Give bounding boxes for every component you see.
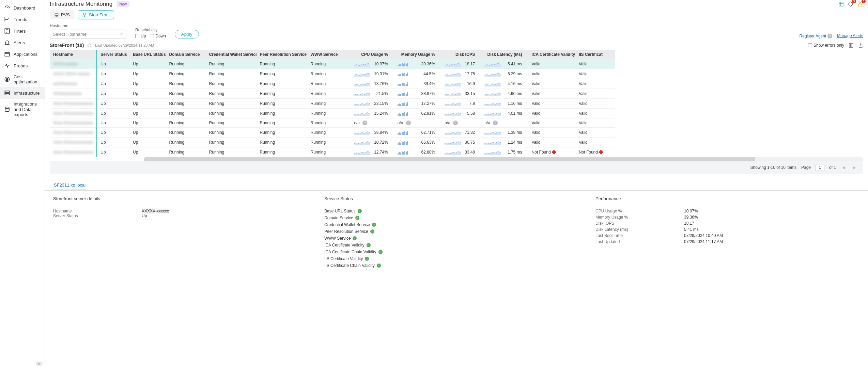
hostname-filter-label: Hostname	[50, 23, 126, 28]
nav-filters[interactable]: Filters	[0, 25, 45, 37]
help-icon[interactable]: ?	[406, 121, 411, 125]
tab-label: StoreFront	[89, 12, 110, 17]
help-icon[interactable]: ?	[453, 121, 458, 125]
col-hostname[interactable]: Hostname	[50, 50, 97, 59]
layout-icon[interactable]	[838, 1, 844, 7]
source-tabs: PVS StoreFront	[45, 10, 868, 23]
checkbox-icon	[150, 34, 154, 38]
check-circle-icon: ✓	[353, 236, 357, 240]
svg-point-11	[83, 13, 83, 14]
checkbox-up[interactable]: Up	[135, 34, 146, 38]
nav-trends[interactable]: Trends	[0, 14, 45, 25]
nav-alerts[interactable]: Alerts	[0, 37, 45, 48]
tab-pvs[interactable]: PVS	[50, 10, 74, 19]
col-domain-service[interactable]: Domain Service	[166, 50, 206, 59]
service-row: Credential Wallet Service✓	[324, 222, 589, 227]
pager-prev[interactable]: ◀	[841, 165, 847, 170]
table-row[interactable]: Xxxx-XXxxxxxxxxxxxxUpUpRunningRunningRun…	[50, 118, 615, 128]
help-icon[interactable]: ?	[493, 121, 498, 125]
diamond-alert-icon[interactable]: 3	[848, 1, 854, 7]
col-base-url[interactable]: Base URL Status	[129, 50, 166, 59]
check-circle-icon: ✓	[358, 209, 362, 213]
table-row[interactable]: Xxxx-XXxxxxxxxxxxxxUpUpRunningRunningRun…	[50, 147, 615, 157]
table-header-bar: StoreFront (10) Last Updated 07/29/2024 …	[45, 41, 868, 50]
collapse-sidebar-button[interactable]: ‹‹	[36, 362, 43, 366]
pager-showing: Showing 1-10 of 10 items	[750, 165, 796, 170]
col-ica-cert[interactable]: ICA Certificate Validity	[528, 50, 575, 59]
nav-integrations[interactable]: Integrations and Data exports	[0, 99, 45, 120]
service-row: Domain Service✓	[324, 216, 589, 220]
performance-heading: Performance	[595, 196, 860, 201]
service-status-heading: Service Status	[324, 196, 589, 201]
refresh-icon[interactable]	[87, 43, 92, 48]
col-www[interactable]: WWW Service	[307, 50, 351, 59]
trends-icon	[4, 16, 10, 22]
nav-probes[interactable]: Probes	[0, 60, 45, 71]
show-errors-toggle[interactable]: Show errors only	[808, 43, 844, 48]
export-icon[interactable]	[858, 43, 863, 48]
hostname-blurred: xxxXXxxxxxx	[53, 81, 77, 86]
storefront-table: Hostname Server Status Base URL Status D…	[50, 50, 615, 157]
page-header: Infrastructure Monitoring New 3 3	[45, 0, 868, 10]
hostname-blurred: Xxxx-XXxxxxxxxxxxxx	[53, 121, 93, 125]
table-row[interactable]: Xxxx-XXxxxxxxxxxxxxUpUpRunningRunningRun…	[50, 109, 615, 118]
table-row[interactable]: Xxxx-XXxxxxxxxxxxxxUpUpRunningRunningRun…	[50, 128, 615, 138]
service-row: ICA Certificate Validity✓	[324, 243, 589, 248]
register-agent-link[interactable]: Register Agent	[800, 34, 826, 38]
table-header-row: Hostname Server Status Base URL Status D…	[50, 50, 615, 59]
svg-point-13	[84, 16, 85, 16]
pager-page-input[interactable]	[816, 164, 824, 171]
gauge-icon	[4, 5, 10, 11]
col-disk-latency[interactable]: Disk Latency (Ms)	[481, 50, 528, 59]
table-row[interactable]: XXXxxxxxxxxxxUpUpRunningRunningRunningRu…	[50, 89, 615, 99]
tab-storefront[interactable]: StoreFront	[78, 10, 114, 19]
help-icon[interactable]: ?	[362, 121, 367, 125]
service-row: IIS Certificate Validity✓	[324, 256, 589, 261]
pager-next[interactable]: ▶	[851, 165, 857, 170]
detail-tab[interactable]: SF2311.xd.local	[53, 180, 86, 190]
nav-applications[interactable]: Applications	[0, 48, 45, 60]
nav-label: Integrations and Data exports	[14, 101, 41, 117]
table-scroll[interactable]: Hostname Server Status Base URL Status D…	[50, 50, 863, 157]
table-row[interactable]: XXXX-xxxxxxUpUpRunningRunningRunningRunn…	[50, 59, 615, 69]
apply-button[interactable]: Apply	[175, 30, 199, 38]
storefront-icon	[82, 13, 87, 17]
col-credential-wallet[interactable]: Credential Wallet Service	[206, 50, 257, 59]
splitter[interactable]	[50, 176, 863, 178]
table-row[interactable]: xxxXXxxxxxxUpUpRunningRunningRunningRunn…	[50, 79, 615, 89]
svg-rect-10	[56, 15, 58, 16]
table-row[interactable]: Xxxx-XXxxxxxxxxxxxxUpUpRunningRunningRun…	[50, 138, 615, 147]
pager-page-label: Page	[801, 165, 811, 170]
hostname-select[interactable]: Select Hostname	[50, 30, 126, 38]
check-circle-icon: ✓	[367, 243, 371, 247]
hostname-blurred: XXXX-xxxxxx	[53, 62, 78, 66]
col-peer-resolution[interactable]: Peer Resolution Service	[257, 50, 307, 59]
col-cpu[interactable]: CPU Usage %	[351, 50, 394, 59]
col-iis-cert[interactable]: IIS Certificat	[575, 50, 615, 59]
nav-label: Applications	[14, 52, 37, 57]
help-icon[interactable]: ?	[827, 34, 832, 38]
col-server-status[interactable]: Server Status	[97, 50, 129, 59]
infrastructure-icon	[4, 90, 10, 96]
table-row[interactable]: Xxxx-XXxxxxxxxxxxxxUpUpRunningRunningRun…	[50, 99, 615, 109]
columns-icon[interactable]	[848, 43, 854, 48]
horizontal-scrollbar[interactable]	[144, 157, 863, 161]
app-icon	[4, 51, 10, 57]
table-container: Hostname Server Status Base URL Status D…	[45, 50, 868, 157]
manage-alerts-link[interactable]: Manage Alerts	[837, 33, 863, 38]
nav-cost-optimization[interactable]: Cost optimization	[0, 71, 45, 87]
table-row[interactable]: XXXX-XXXX-xxxxxxUpUpRunningRunningRunnin…	[50, 69, 615, 79]
col-disk-iops[interactable]: Disk IOPS	[441, 50, 481, 59]
pager-of-label: of 1	[829, 165, 836, 170]
new-badge: New	[117, 1, 129, 7]
triangle-alert-icon[interactable]: 3	[857, 1, 863, 7]
check-circle-icon: ✓	[355, 216, 359, 220]
checkbox-down[interactable]: Down	[150, 34, 166, 38]
col-memory[interactable]: Memory Usage %	[394, 50, 441, 59]
svg-point-7	[5, 107, 9, 109]
kv-row: Disk Latency (ms)5.41 ms	[595, 227, 860, 232]
server-details-heading: Storefront server details	[53, 196, 317, 201]
nav-infrastructure[interactable]: Infrastructure	[0, 87, 45, 99]
nav-dashboard[interactable]: Dashboard	[0, 2, 45, 14]
bell-icon	[4, 39, 10, 46]
